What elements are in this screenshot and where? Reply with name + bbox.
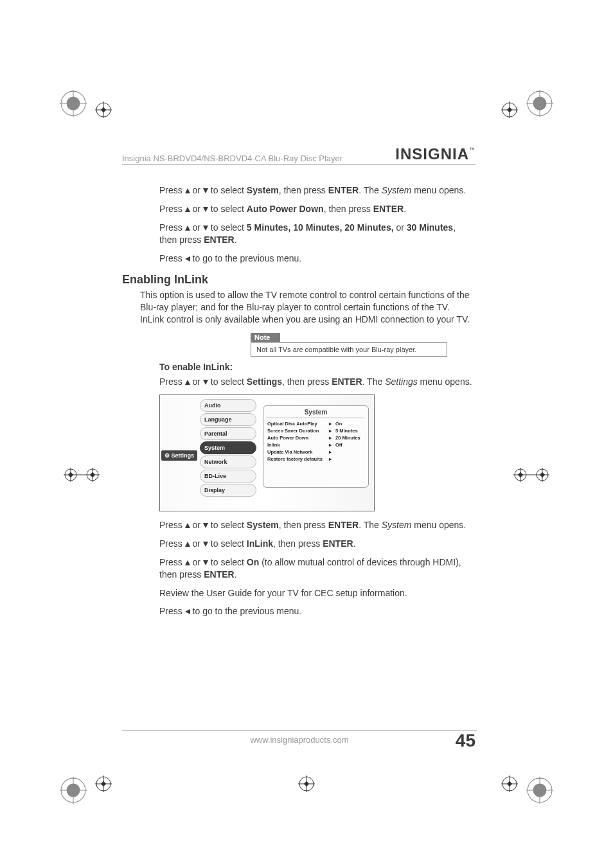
up-arrow-icon — [185, 226, 190, 231]
svg-rect-9 — [101, 107, 106, 112]
instruction-text: Press or to select System, then press EN… — [159, 184, 475, 197]
up-arrow-icon — [185, 188, 190, 193]
down-arrow-icon — [203, 560, 208, 565]
left-arrow-icon — [185, 256, 190, 261]
svg-rect-13 — [101, 781, 106, 786]
menu-item-system: System — [200, 441, 256, 454]
instruction-text: Press or to select On (to allow mutual c… — [159, 556, 475, 581]
svg-rect-11 — [507, 107, 512, 112]
page-number: 45 — [456, 731, 475, 751]
panel-title: System — [267, 409, 364, 418]
up-arrow-icon — [185, 207, 190, 212]
panel-row: Screen Saver Duration▸5 Minutes — [267, 427, 364, 434]
panel-row: Inlink▸Off — [267, 441, 364, 448]
crosshair-icon — [501, 775, 518, 792]
settings-menu-list: Audio Language Parental System Network B… — [200, 399, 256, 498]
svg-rect-24 — [518, 472, 523, 477]
up-arrow-icon — [185, 542, 190, 547]
registration-mark-icon — [526, 90, 553, 117]
up-arrow-icon — [185, 380, 190, 385]
registration-mark-icon — [60, 90, 87, 117]
system-panel: System Optical Disc AutoPlay▸On Screen S… — [263, 405, 369, 488]
menu-item-display: Display — [200, 484, 256, 497]
menu-item-audio: Audio — [200, 399, 256, 412]
instruction-text: Press to go to the previous menu. — [159, 605, 475, 617]
menu-item-parental: Parental — [200, 427, 256, 440]
down-arrow-icon — [203, 542, 208, 547]
panel-row: Update Via Network▸ — [267, 448, 364, 456]
note-label: Note — [251, 333, 280, 342]
page-header: Insignia NS-BRDVD4/NS-BRDVD4-CA Blu-Ray … — [122, 145, 475, 165]
registration-mark-icon — [526, 777, 553, 804]
registration-mark-icon — [60, 777, 87, 804]
svg-rect-17 — [304, 781, 309, 786]
crosshair-icon — [298, 775, 315, 792]
section-description: This option is used to allow the TV remo… — [140, 289, 475, 326]
svg-rect-15 — [507, 781, 512, 786]
instruction-text: Press or to select Auto Power Down, then… — [159, 203, 475, 215]
settings-screenshot: ⚙ Settings Audio Language Parental Syste… — [159, 394, 375, 511]
crosshair-icon — [95, 102, 112, 118]
panel-row: Restore factory defaults▸ — [267, 456, 364, 463]
brand-logo: INSIGNIA™ — [395, 145, 475, 163]
product-line-text: Insignia NS-BRDVD4/NS-BRDVD4-CA Blu-Ray … — [122, 154, 395, 163]
footer-url: www.insigniaproducts.com — [122, 731, 477, 745]
page-content: Insignia NS-BRDVD4/NS-BRDVD4-CA Blu-Ray … — [122, 145, 475, 624]
left-arrow-icon — [185, 609, 190, 614]
note-body: Not all TVs are compatible with your Blu… — [251, 342, 447, 357]
panel-row: Optical Disc AutoPlay▸On — [267, 420, 364, 427]
procedure-heading: To enable InLink: — [159, 362, 475, 372]
instruction-text: Press or to select System, then press EN… — [159, 519, 475, 531]
svg-rect-19 — [68, 472, 73, 477]
settings-tab: ⚙ Settings — [161, 450, 197, 461]
instruction-text: Press or to select InLink, then press EN… — [159, 538, 475, 550]
svg-rect-22 — [90, 472, 95, 477]
down-arrow-icon — [203, 207, 208, 212]
panel-row: Auto Power Down▸20 Minutes — [267, 434, 364, 441]
svg-rect-27 — [540, 472, 545, 477]
instruction-text: Press or to select 5 Minutes, 10 Minutes… — [159, 222, 475, 246]
instruction-text: Press or to select Settings, then press … — [159, 376, 475, 388]
menu-item-language: Language — [200, 413, 256, 426]
instruction-text: Press to go to the previous menu. — [159, 252, 475, 265]
down-arrow-icon — [203, 226, 208, 231]
menu-item-bdlive: BD-Live — [200, 470, 256, 483]
crosshair-icon — [64, 468, 100, 482]
down-arrow-icon — [203, 188, 208, 193]
up-arrow-icon — [185, 560, 190, 565]
crosshair-icon — [95, 775, 112, 792]
section-heading: Enabling InLink — [122, 273, 475, 287]
crosshair-icon — [501, 102, 518, 118]
down-arrow-icon — [203, 380, 208, 385]
crosshair-icon — [513, 468, 549, 482]
note-box: Note Not all TVs are compatible with you… — [251, 331, 447, 357]
menu-item-network: Network — [200, 456, 256, 468]
up-arrow-icon — [185, 523, 190, 528]
down-arrow-icon — [203, 523, 208, 528]
instruction-text: Review the User Guide for your TV for CE… — [159, 587, 475, 599]
